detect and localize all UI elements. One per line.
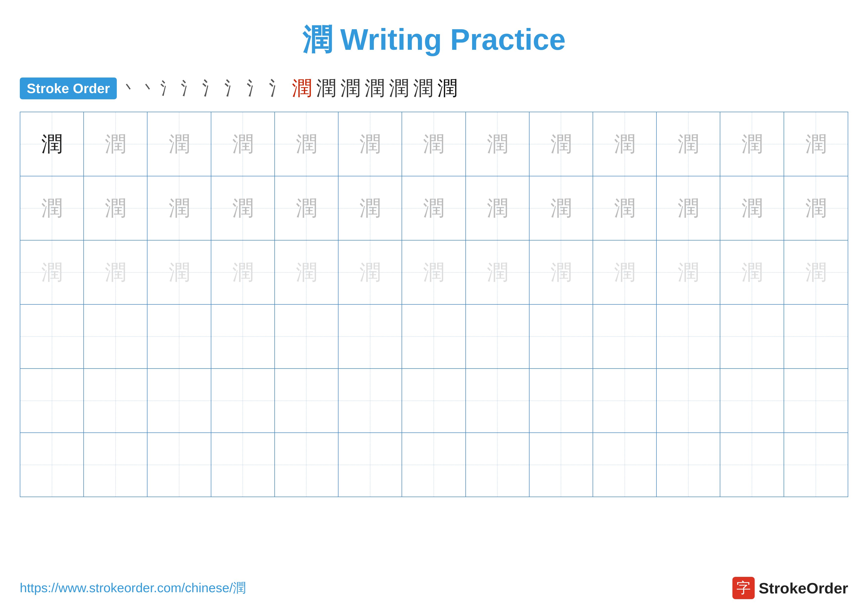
practice-grid-container: 潤 潤 潤 潤 潤 潤 潤 潤 潤 潤 潤 潤 潤 潤 潤 潤 潤 潤 潤 潤 … — [0, 112, 868, 497]
grid-cell: 潤 — [84, 176, 147, 240]
grid-cell: 潤 — [593, 176, 657, 240]
grid-cell-empty[interactable] — [593, 433, 657, 497]
grid-cell-empty[interactable] — [338, 369, 402, 432]
grid-cell: 潤 — [275, 176, 338, 240]
grid-row-5[interactable] — [20, 369, 848, 433]
grid-cell: 潤 — [211, 176, 275, 240]
grid-cell: 潤 — [275, 112, 338, 176]
stroke-10: 潤 — [316, 75, 336, 102]
grid-cell-empty[interactable] — [402, 305, 466, 368]
grid-row-3: 潤 潤 潤 潤 潤 潤 潤 潤 潤 潤 潤 潤 潤 — [20, 241, 848, 305]
grid-cell-empty[interactable] — [657, 369, 720, 432]
grid-cell: 潤 — [20, 176, 84, 240]
grid-cell-empty[interactable] — [147, 369, 211, 432]
stroke-order-badge: Stroke Order — [20, 78, 117, 99]
grid-cell: 潤 — [657, 112, 720, 176]
grid-cell-empty[interactable] — [593, 305, 657, 368]
grid-cell-empty[interactable] — [530, 433, 593, 497]
grid-cell: 潤 — [530, 112, 593, 176]
grid-cell: 潤 — [466, 241, 530, 304]
grid-cell-empty[interactable] — [275, 433, 338, 497]
grid-cell: 潤 — [338, 112, 402, 176]
grid-cell-empty[interactable] — [402, 369, 466, 432]
grid-cell-empty[interactable] — [147, 305, 211, 368]
grid-cell: 潤 — [593, 241, 657, 304]
grid-cell-empty[interactable] — [211, 305, 275, 368]
practice-grid: 潤 潤 潤 潤 潤 潤 潤 潤 潤 潤 潤 潤 潤 潤 潤 潤 潤 潤 潤 潤 … — [20, 112, 848, 497]
grid-cell-empty[interactable] — [720, 433, 784, 497]
grid-cell: 潤 — [402, 241, 466, 304]
stroke-3: 氵 — [160, 78, 177, 99]
grid-cell-empty[interactable] — [402, 433, 466, 497]
grid-cell-empty[interactable] — [211, 369, 275, 432]
grid-cell: 潤 — [657, 176, 720, 240]
grid-cell-empty[interactable] — [275, 305, 338, 368]
grid-cell-empty[interactable] — [657, 305, 720, 368]
title-text: 潤 Writing Practice — [302, 23, 566, 56]
grid-cell-empty[interactable] — [84, 305, 147, 368]
grid-cell-empty[interactable] — [466, 305, 530, 368]
grid-cell-empty[interactable] — [147, 433, 211, 497]
grid-cell: 潤 — [275, 241, 338, 304]
grid-cell: 潤 — [720, 241, 784, 304]
grid-cell: 潤 — [530, 241, 593, 304]
grid-row-4[interactable] — [20, 305, 848, 369]
grid-cell-empty[interactable] — [720, 369, 784, 432]
grid-cell-empty[interactable] — [338, 305, 402, 368]
stroke-6: 氵 — [225, 76, 242, 100]
grid-cell: 潤 — [784, 176, 848, 240]
grid-row-6[interactable] — [20, 433, 848, 497]
stroke-sequence: 丶 丶 氵 氵 氵 氵 氵 氵 潤 潤 潤 潤 潤 潤 潤 — [122, 75, 457, 102]
stroke-14: 潤 — [413, 75, 433, 102]
grid-cell-empty[interactable] — [657, 433, 720, 497]
grid-cell: 潤 — [784, 241, 848, 304]
stroke-1: 丶 — [122, 79, 136, 99]
grid-cell: 潤 — [338, 176, 402, 240]
stroke-4: 氵 — [181, 77, 198, 100]
stroke-8: 氵 — [269, 76, 288, 101]
grid-cell: 潤 — [466, 176, 530, 240]
footer-logo: 字 StrokeOrder — [732, 577, 848, 599]
grid-cell: 潤 — [147, 112, 211, 176]
grid-row-2: 潤 潤 潤 潤 潤 潤 潤 潤 潤 潤 潤 潤 潤 — [20, 176, 848, 241]
grid-cell-empty[interactable] — [20, 433, 84, 497]
grid-cell-empty[interactable] — [784, 433, 848, 497]
grid-cell-empty[interactable] — [530, 305, 593, 368]
stroke-12: 潤 — [365, 75, 384, 102]
grid-cell-empty[interactable] — [84, 369, 147, 432]
grid-cell-empty[interactable] — [275, 369, 338, 432]
grid-cell: 潤 — [402, 176, 466, 240]
grid-cell-empty[interactable] — [466, 369, 530, 432]
grid-cell-empty[interactable] — [593, 369, 657, 432]
grid-cell-empty[interactable] — [20, 305, 84, 368]
grid-cell: 潤 — [593, 112, 657, 176]
grid-cell: 潤 — [530, 176, 593, 240]
grid-cell-empty[interactable] — [530, 369, 593, 432]
grid-cell-empty[interactable] — [20, 369, 84, 432]
footer: https://www.strokeorder.com/chinese/潤 字 … — [20, 577, 848, 599]
grid-cell: 潤 — [147, 241, 211, 304]
stroke-7: 氵 — [247, 76, 265, 100]
stroke-order-row: Stroke Order 丶 丶 氵 氵 氵 氵 氵 氵 潤 潤 潤 潤 潤 潤… — [0, 75, 868, 102]
stroke-15: 潤 — [437, 75, 457, 102]
stroke-2: 丶 — [141, 79, 156, 99]
grid-cell-empty[interactable] — [720, 305, 784, 368]
grid-cell-empty[interactable] — [84, 433, 147, 497]
strokeorder-logo-icon: 字 — [732, 577, 755, 599]
grid-cell: 潤 — [20, 112, 84, 176]
grid-cell-empty[interactable] — [784, 305, 848, 368]
grid-row-1: 潤 潤 潤 潤 潤 潤 潤 潤 潤 潤 潤 潤 潤 — [20, 112, 848, 176]
grid-cell: 潤 — [84, 241, 147, 304]
grid-cell: 潤 — [84, 112, 147, 176]
grid-cell: 潤 — [211, 241, 275, 304]
stroke-13: 潤 — [389, 75, 409, 102]
stroke-9: 潤 — [292, 75, 312, 102]
grid-cell-empty[interactable] — [466, 433, 530, 497]
grid-cell-empty[interactable] — [211, 433, 275, 497]
page-title: 潤 Writing Practice — [0, 0, 868, 75]
grid-cell: 潤 — [657, 241, 720, 304]
grid-cell: 潤 — [784, 112, 848, 176]
grid-cell-empty[interactable] — [784, 369, 848, 432]
footer-url[interactable]: https://www.strokeorder.com/chinese/潤 — [20, 579, 246, 597]
grid-cell-empty[interactable] — [338, 433, 402, 497]
